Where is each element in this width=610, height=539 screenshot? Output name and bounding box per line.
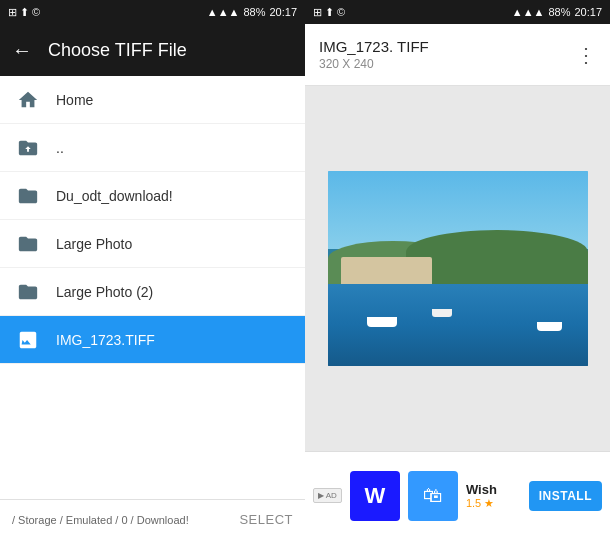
battery-right: 88% [548,6,570,18]
folder-icon-large-photo-2 [16,280,40,304]
right-panel: ⊞ ⬆ © ▲▲▲ 88% 20:17 IMG_1723. TIFF 320 X… [305,0,610,539]
wish-text-block: Wish 1.5 ★ [466,482,521,510]
current-path: / Storage / Emulated / 0 / Download! [12,514,189,526]
wish-rating: 1.5 ★ [466,497,521,510]
file-name-large-photo: Large Photo [56,236,132,252]
file-name-du-odt: Du_odt_download! [56,188,173,204]
list-item-large-photo[interactable]: Large Photo [0,220,305,268]
install-button[interactable]: INSTALL [529,481,602,511]
file-list: Home .. Du_odt_download! Large Photo [0,76,305,499]
boat-3 [537,322,562,331]
signal-icon-right: ▲▲▲ [512,6,545,18]
status-right-icons: ▲▲▲ 88% 20:17 [207,6,297,18]
signal-icon-left: ▲▲▲ [207,6,240,18]
file-name-up: .. [56,140,64,156]
preview-filename: IMG_1723. TIFF [319,38,429,55]
image-preview-area [305,86,610,451]
tiff-image-preview [328,171,588,366]
battery-left: 88% [243,6,265,18]
header-right: IMG_1723. TIFF 320 X 240 ⋮ [305,24,610,86]
ad-bar: ▶ AD W 🛍 Wish 1.5 ★ INSTALL [305,451,610,539]
status-bar-right: ⊞ ⬆ © ▲▲▲ 88% 20:17 [305,0,610,24]
app-icons-left: ⊞ ⬆ © [8,6,40,19]
back-button[interactable]: ← [12,39,32,62]
select-button[interactable]: SELECT [239,512,293,527]
wish-logo: W [350,471,400,521]
left-panel: ⊞ ⬆ © ▲▲▲ 88% 20:17 ← Choose TIFF File H… [0,0,305,539]
file-name-img-1723: IMG_1723.TIFF [56,332,155,348]
list-item-large-photo-2[interactable]: Large Photo (2) [0,268,305,316]
wish-icon: 🛍 [408,471,458,521]
status-right-left-icons: ⊞ ⬆ © [313,6,345,19]
app-icons-right: ⊞ ⬆ © [313,6,345,19]
status-bar-left: ⊞ ⬆ © ▲▲▲ 88% 20:17 [0,0,305,24]
page-title: Choose TIFF File [48,40,187,61]
list-item-up[interactable]: .. [0,124,305,172]
file-name-home: Home [56,92,93,108]
list-item-du-odt[interactable]: Du_odt_download! [0,172,305,220]
status-right-right-icons: ▲▲▲ 88% 20:17 [512,6,602,18]
ad-badge: ▶ AD [313,488,342,503]
file-name-large-photo-2: Large Photo (2) [56,284,153,300]
folder-icon-du-odt [16,184,40,208]
more-options-icon[interactable]: ⋮ [576,43,596,67]
image-file-icon [16,328,40,352]
time-left: 20:17 [269,6,297,18]
bottom-bar-left: / Storage / Emulated / 0 / Download! SEL… [0,499,305,539]
list-item-img-1723[interactable]: IMG_1723.TIFF [0,316,305,364]
up-icon [16,136,40,160]
home-icon [16,88,40,112]
hill-right [406,230,588,289]
header-left: ← Choose TIFF File [0,24,305,76]
folder-icon-large-photo [16,232,40,256]
wish-app-name: Wish [466,482,521,497]
status-left-icons: ⊞ ⬆ © [8,6,40,19]
file-dimensions: 320 X 240 [319,57,429,71]
time-right: 20:17 [574,6,602,18]
list-item-home[interactable]: Home [0,76,305,124]
boat-2 [432,309,452,317]
file-info: IMG_1723. TIFF 320 X 240 [319,38,429,71]
boat-1 [367,317,397,327]
